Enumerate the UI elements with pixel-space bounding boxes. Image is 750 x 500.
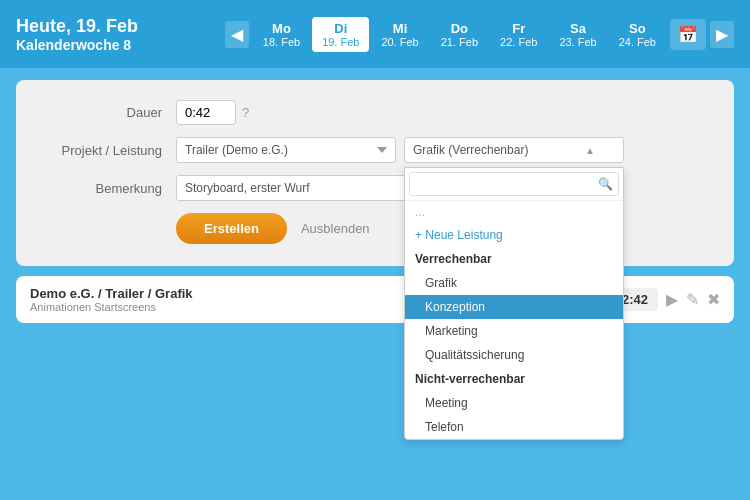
header: Heute, 19. Feb Kalenderwoche 8 ◀ Mo18. F… [0, 0, 750, 68]
dropdown-item[interactable]: Telefon [405, 415, 623, 439]
dropdown-item[interactable]: Konzeption [405, 295, 623, 319]
service-selected-label: Grafik (Verrechenbar) [413, 143, 528, 157]
header-title: Heute, 19. Feb Kalenderwoche 8 [16, 16, 138, 53]
dauer-help: ? [242, 105, 249, 120]
edit-icon[interactable]: ✎ [686, 290, 699, 309]
bemerkung-label: Bemerkung [46, 181, 176, 196]
service-select-container: Grafik (Verrechenbar) ▲ 🔍 ...+ Neue Leis… [404, 137, 624, 163]
dauer-input[interactable] [176, 100, 236, 125]
delete-icon[interactable]: ✖ [707, 290, 720, 309]
dropdown-panel: 🔍 ...+ Neue LeistungVerrechenbarGrafikKo… [404, 167, 624, 440]
service-select-display[interactable]: Grafik (Verrechenbar) ▲ [404, 137, 624, 163]
day-tab-sa[interactable]: Sa23. Feb [549, 17, 606, 52]
day-tab-do[interactable]: Do21. Feb [431, 17, 488, 52]
bottom-project-name: Demo e.G. / Trailer / Grafik [30, 286, 193, 301]
today-date: Heute, 19. Feb [16, 16, 138, 37]
calendar-nav: ◀ Mo18. FebDi19. FebMi20. FebDo21. FebFr… [225, 17, 734, 52]
dropdown-item: Nicht-verrechenbar [405, 367, 623, 391]
bottom-card: Demo e.G. / Trailer / Grafik Animationen… [16, 276, 734, 323]
form-card: Dauer ? Projekt / Leistung Trailer (Demo… [16, 80, 734, 266]
dropdown-item[interactable]: Grafik [405, 271, 623, 295]
hide-button[interactable]: Ausblenden [301, 221, 370, 236]
dauer-row: Dauer ? [46, 100, 704, 125]
search-icon: 🔍 [598, 177, 613, 191]
calendar-week: Kalenderwoche 8 [16, 37, 138, 53]
day-tab-so[interactable]: So24. Feb [609, 17, 666, 52]
day-tab-mo[interactable]: Mo18. Feb [253, 17, 310, 52]
dropdown-item[interactable]: + Neue Leistung [405, 223, 623, 247]
day-tab-di[interactable]: Di19. Feb [312, 17, 369, 52]
calendar-icon[interactable]: 📅 [670, 19, 706, 50]
dropdown-search-container: 🔍 [405, 168, 623, 201]
main-area: Dauer ? Projekt / Leistung Trailer (Demo… [0, 68, 750, 335]
nav-prev-button[interactable]: ◀ [225, 21, 249, 48]
create-button[interactable]: Erstellen [176, 213, 287, 244]
dropdown-item[interactable]: Meeting [405, 391, 623, 415]
bottom-project-desc: Animationen Startscreens [30, 301, 193, 313]
dropdown-item[interactable]: Qualitätssicherung [405, 343, 623, 367]
service-arrow-icon: ▲ [585, 145, 595, 156]
play-icon[interactable]: ▶ [666, 290, 678, 309]
project-select[interactable]: Trailer (Demo e.G.) [176, 137, 396, 163]
dropdown-item: Verrechenbar [405, 247, 623, 271]
bottom-right: 2:42 ▶ ✎ ✖ [612, 288, 720, 311]
projekt-row: Projekt / Leistung Trailer (Demo e.G.) G… [46, 137, 704, 163]
dropdown-search-input[interactable] [409, 172, 619, 196]
dropdown-item[interactable]: Marketing [405, 319, 623, 343]
dropdown-items: ...+ Neue LeistungVerrechenbarGrafikKonz… [405, 201, 623, 439]
day-tabs: Mo18. FebDi19. FebMi20. FebDo21. FebFr22… [253, 17, 666, 52]
dauer-label: Dauer [46, 105, 176, 120]
nav-next-button[interactable]: ▶ [710, 21, 734, 48]
dropdown-item[interactable]: ... [405, 201, 623, 223]
day-tab-fr[interactable]: Fr22. Feb [490, 17, 547, 52]
bottom-info: Demo e.G. / Trailer / Grafik Animationen… [30, 286, 193, 313]
projekt-label: Projekt / Leistung [46, 143, 176, 158]
day-tab-mi[interactable]: Mi20. Feb [371, 17, 428, 52]
